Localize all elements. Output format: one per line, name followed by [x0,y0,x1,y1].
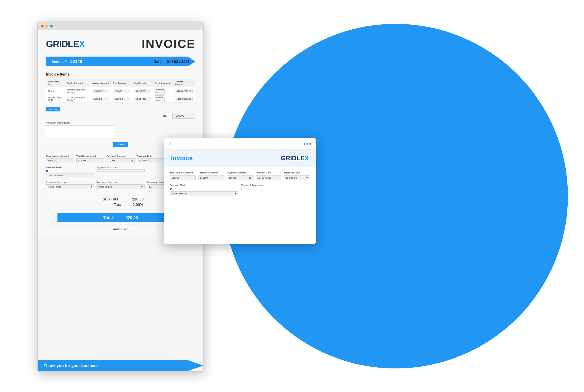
window-chrome-bar [38,22,203,30]
modal-dot-3 [309,143,311,145]
row1-credit: Accounts Receivable (Debtors) [65,87,90,95]
payment-mode-label: Payment Mode [46,166,94,169]
total-due-input[interactable]: 118000 [76,158,105,163]
recorded-currency-field: Recorded Currency Indian Rupee▼ [97,181,145,189]
modal-content: Total Invoice Amount 118000 Total Due Am… [164,167,316,201]
payment-amount-label: Payment Amount [107,155,135,157]
payment-reference-field: Payment Reference [97,166,145,178]
modal-payment-mode-row: Payment Mode Cash Payment▼ Payment Refer… [170,184,310,196]
modal-logo-x: X [304,155,309,162]
row2-debit: Cash In Hand [153,95,173,103]
modal-top-bar: × [164,138,316,150]
col-header-invoice-amt: Invoice Amount [90,79,111,87]
total-invoice-amount-field: Total Invoice Amount 118000 [46,155,74,163]
invoice-number-banner: Invoice# 52148 Date 01 / 02 / 2021 [46,57,195,66]
col-header-debit: Debit Amount [153,79,173,87]
chrome-dot-red[interactable] [41,25,44,28]
row2-item: Mobile - 18% IGST [46,95,65,103]
reported-currency-input[interactable]: Indian Rupee▼ [46,184,94,189]
sub-total-label: Sub Total: [98,197,121,201]
recorded-currency-input[interactable]: Indian Rupee▼ [97,184,145,189]
modal-payment-mode-field: Payment Mode Cash Payment▼ [170,184,238,196]
reported-currency-label: Reported Currency [46,181,94,184]
date-value: 01 / 02 / 2021 [167,59,190,64]
items-section-title: Invoice Items [46,72,195,76]
payment-mode-input[interactable]: Cash Payment [46,173,94,178]
modal-dot-2 [307,143,308,145]
modal-header-band: Invoice GRIDLEX [164,150,316,167]
payment-reference-label: Payment Reference [97,166,145,169]
payment-desc-input[interactable] [46,125,115,138]
modal-payment-amount-label: Payment Amount [227,171,253,174]
row1-pct: 84.745763 [132,87,153,95]
modal-payment-reference-input[interactable] [241,188,310,190]
modal-payment-amount-field: Payment Amount 100000⊞ [227,171,253,180]
invoice-number-label: Invoice# [52,59,67,64]
total-due-label: Total Due Amount [76,155,105,157]
modal-total-invoice-field: Total Invoice Amount 118000 [170,171,196,180]
payment-amount-input[interactable]: 100000 ⊞ [107,158,135,163]
row2-credit: Accounts Receivable (Debtors) [65,95,90,103]
date-label: Date [153,59,161,64]
modal-invoice-window: × Invoice GRIDLEX Total Invoice Amount 1… [164,138,316,244]
row2-inv-amt: 18000.0 [90,95,111,103]
col-header-item: Item / Item Tax [46,79,65,87]
modal-payment-mode-input[interactable]: Cash Payment▼ [170,191,238,196]
row2-payment-amt: 15254.237288 [173,95,195,103]
total-value: 100000 [172,113,195,119]
row2-pct: 15.254237 [132,95,153,103]
total-invoice-label: Total Invoice Amount [46,155,74,157]
gridlex-logo: GRIDLEX [46,39,85,49]
invoice-title: INVOICE [142,37,195,51]
payment-date-field: Payment Date 10 / 08 / 2021 [137,155,165,163]
chrome-dot-green[interactable] [50,25,53,28]
total-banner-value: 220.00 [126,215,138,220]
col-header-pct: % of Invoice [132,79,153,87]
col-header-credit: Credit Account [65,79,90,87]
modal-payment-mode-label: Payment Mode [170,184,238,186]
modal-close-button[interactable]: × [169,141,172,147]
modal-dots [304,143,311,145]
modal-total-due-input[interactable]: 118000 [198,175,224,180]
save-button[interactable]: Save [113,142,128,147]
total-invoice-input[interactable]: 118000 [46,158,74,163]
modal-payment-amount-input[interactable]: 100000⊞ [227,175,253,180]
modal-radio-dot[interactable] [170,188,172,190]
payment-date-input[interactable]: 10 / 08 / 2021 [137,158,165,163]
authorized-label: Authorised [113,228,128,231]
invoice-header: GRIDLEX INVOICE [46,37,195,51]
sub-total-value: 220.00 [132,197,144,201]
recorded-currency-label: Recorded Currency [97,181,145,184]
invoice-number-section: Invoice# 52148 [52,59,82,64]
table-row: Mobile - 18% IGST Accounts Receivable (D… [46,95,195,103]
add-tax-button[interactable]: Add Tax [46,107,60,111]
total-due-amount-field: Total Due Amount 118000 [76,155,105,163]
thank-you-text: Thank you for your business [44,363,99,368]
total-banner-label: Total: [103,215,114,220]
modal-payment-time-label: Payment Time [284,171,310,174]
payment-reference-input[interactable] [97,169,145,172]
row1-payment-amt: 84745.762712 [173,87,195,95]
row1-item: Mobile [46,87,65,95]
payment-date-label: Payment Date [137,155,165,157]
modal-gridlex-logo: GRIDLEX [281,155,309,162]
items-table: Item / Item Tax Credit Account Invoice A… [46,79,195,103]
tax-value: 0.00% [133,202,143,207]
modal-payment-date-label: Payment Date [256,171,282,174]
total-label: Total [161,114,167,117]
payment-desc-label: Payment Description [46,121,195,124]
modal-payment-reference-field: Payment Reference [241,184,310,196]
modal-payment-date-input[interactable]: 10 / 08 / 2021 [256,175,282,180]
col-header-due-amt: Due Amount [111,79,132,87]
modal-payment-time-field: Payment Time 12 : 03 pm▼ [284,171,310,180]
tax-label: Tax: [98,202,121,207]
payment-mode-radio [46,170,94,172]
chrome-dot-yellow[interactable] [45,25,48,28]
modal-total-due-field: Total Due Amount 118000 [198,171,224,180]
radio-dot[interactable] [46,170,48,172]
row2-due-amt: 18000.0 [111,95,132,103]
payment-amount-field: Payment Amount 100000 ⊞ [107,155,135,163]
modal-payment-time-input[interactable]: 12 : 03 pm▼ [284,175,310,180]
invoice-date-section: Date 01 / 02 / 2021 [153,59,190,64]
modal-total-invoice-input[interactable]: 118000 [170,175,196,180]
